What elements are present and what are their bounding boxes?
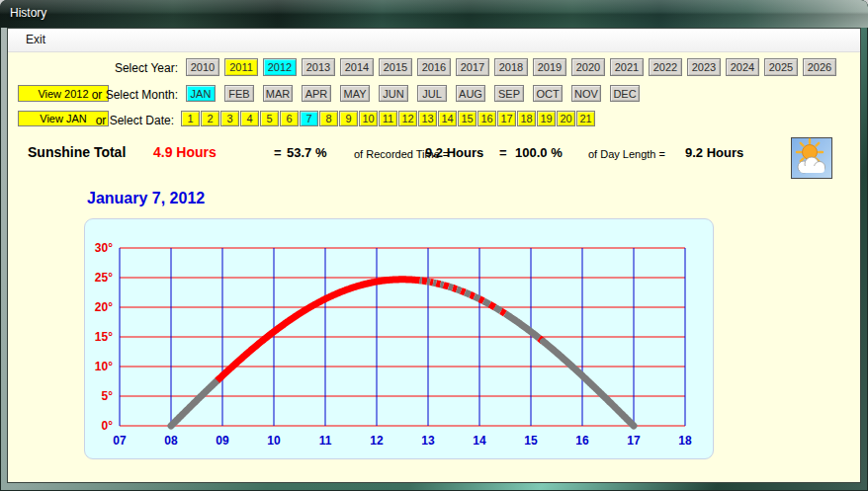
date-button-7[interactable]: 7 xyxy=(300,111,318,126)
month-button-jun[interactable]: JUN xyxy=(379,85,408,102)
svg-text:17: 17 xyxy=(627,434,641,448)
svg-text:10°: 10° xyxy=(95,360,113,373)
month-button-apr[interactable]: APR xyxy=(302,85,331,102)
content-area: Select Year: 201020112012201320142015201… xyxy=(8,52,860,482)
date-buttons: 123456789101112131415161718192021 xyxy=(181,111,595,126)
date-button-3[interactable]: 3 xyxy=(220,111,239,126)
year-button-2010[interactable]: 2010 xyxy=(186,58,219,76)
menu-exit[interactable]: Exit xyxy=(19,29,52,51)
date-button-11[interactable]: 11 xyxy=(379,111,397,126)
month-button-sep[interactable]: SEP xyxy=(494,85,524,102)
date-button-17[interactable]: 17 xyxy=(497,111,516,126)
month-button-nov[interactable]: NOV xyxy=(571,85,601,102)
day-length-label: of Day Length = xyxy=(588,148,665,160)
date-button-2[interactable]: 2 xyxy=(201,111,219,126)
svg-text:08: 08 xyxy=(164,434,178,448)
year-button-2018[interactable]: 2018 xyxy=(494,58,528,76)
date-button-10[interactable]: 10 xyxy=(359,111,378,126)
year-button-2022[interactable]: 2022 xyxy=(649,58,682,76)
date-button-18[interactable]: 18 xyxy=(517,111,536,126)
year-button-2021[interactable]: 2021 xyxy=(610,58,644,76)
svg-text:20°: 20° xyxy=(95,300,113,314)
year-button-2024[interactable]: 2024 xyxy=(726,58,759,76)
date-button-19[interactable]: 19 xyxy=(537,111,556,126)
month-button-aug[interactable]: AUG xyxy=(456,85,485,102)
date-button-5[interactable]: 5 xyxy=(260,111,279,126)
month-button-jan[interactable]: JAN xyxy=(186,85,216,102)
svg-text:07: 07 xyxy=(113,434,127,448)
chart-panel: 0°5°10°15°20°25°30°070809101112131415161… xyxy=(84,218,714,459)
equals-sign-2: = xyxy=(499,145,507,160)
month-button-oct[interactable]: OCT xyxy=(533,85,563,102)
date-button-9[interactable]: 9 xyxy=(339,111,358,126)
date-button-15[interactable]: 15 xyxy=(458,111,477,126)
date-button-13[interactable]: 13 xyxy=(418,111,437,126)
year-button-2012[interactable]: 2012 xyxy=(263,58,297,76)
svg-text:15°: 15° xyxy=(95,330,113,344)
year-button-2025[interactable]: 2025 xyxy=(764,58,798,76)
year-button-2017[interactable]: 2017 xyxy=(456,58,489,76)
svg-text:10: 10 xyxy=(267,434,281,448)
select-year-label: Select Year: xyxy=(8,59,178,77)
select-month-label: or Select Month: xyxy=(8,86,178,104)
sun-elevation-chart: 0°5°10°15°20°25°30°070809101112131415161… xyxy=(85,219,713,458)
equals-sign-1: = xyxy=(274,145,282,160)
year-button-2026[interactable]: 2026 xyxy=(803,58,836,76)
window-title: History xyxy=(0,0,46,27)
svg-text:16: 16 xyxy=(575,434,589,448)
year-button-2020[interactable]: 2020 xyxy=(571,58,605,76)
menu-bar: Exit xyxy=(8,29,860,52)
date-button-20[interactable]: 20 xyxy=(557,111,575,126)
client-area: Exit Select Year: 2010201120122013201420… xyxy=(7,28,861,483)
year-button-2013[interactable]: 2013 xyxy=(302,58,335,76)
date-button-6[interactable]: 6 xyxy=(280,111,299,126)
month-button-may[interactable]: MAY xyxy=(340,85,370,102)
year-button-2016[interactable]: 2016 xyxy=(417,58,451,76)
svg-text:18: 18 xyxy=(678,434,692,448)
svg-text:13: 13 xyxy=(421,434,435,448)
year-button-2019[interactable]: 2019 xyxy=(533,58,566,76)
month-button-feb[interactable]: FEB xyxy=(224,85,254,102)
day-percent-value: 100.0 % xyxy=(515,145,563,160)
date-button-14[interactable]: 14 xyxy=(438,111,457,126)
chart-title: January 7, 2012 xyxy=(87,190,205,207)
svg-text:09: 09 xyxy=(216,434,229,448)
year-button-2015[interactable]: 2015 xyxy=(379,58,412,76)
year-button-2023[interactable]: 2023 xyxy=(687,58,721,76)
recorded-hours-value: 9.2 Hours xyxy=(425,145,483,160)
svg-text:25°: 25° xyxy=(95,271,113,285)
svg-text:11: 11 xyxy=(319,434,332,448)
svg-text:5°: 5° xyxy=(102,389,114,403)
day-hours-value: 9.2 Hours xyxy=(685,145,743,160)
month-button-dec[interactable]: DEC xyxy=(610,85,640,102)
year-buttons: 2010201120122013201420152016201720182019… xyxy=(186,58,836,76)
svg-text:14: 14 xyxy=(473,434,486,448)
date-button-1[interactable]: 1 xyxy=(181,111,200,126)
date-button-12[interactable]: 12 xyxy=(398,111,417,126)
year-button-2014[interactable]: 2014 xyxy=(340,58,374,76)
svg-text:30°: 30° xyxy=(95,241,113,255)
month-button-jul[interactable]: JUL xyxy=(417,85,447,102)
sunshine-hours-value: 4.9 Hours xyxy=(153,144,217,160)
month-button-mar[interactable]: MAR xyxy=(263,85,293,102)
year-button-2011[interactable]: 2011 xyxy=(224,58,258,76)
recorded-percent-value: 53.7 % xyxy=(287,145,326,160)
select-date-label: or Select Date: xyxy=(8,112,174,129)
date-button-21[interactable]: 21 xyxy=(576,111,595,126)
date-button-16[interactable]: 16 xyxy=(477,111,496,126)
svg-text:0°: 0° xyxy=(102,419,114,433)
sunshine-total-label: Sunshine Total xyxy=(28,144,126,160)
sun-behind-cloud-icon xyxy=(791,137,832,179)
svg-text:12: 12 xyxy=(370,434,384,448)
svg-text:15: 15 xyxy=(524,434,538,448)
app-window: History Exit Select Year: 20102011201220… xyxy=(0,0,868,491)
date-button-4[interactable]: 4 xyxy=(240,111,259,126)
title-bar[interactable]: History xyxy=(0,0,868,28)
month-buttons: JANFEBMARAPRMAYJUNJULAUGSEPOCTNOVDEC xyxy=(186,85,640,102)
date-button-8[interactable]: 8 xyxy=(319,111,338,126)
